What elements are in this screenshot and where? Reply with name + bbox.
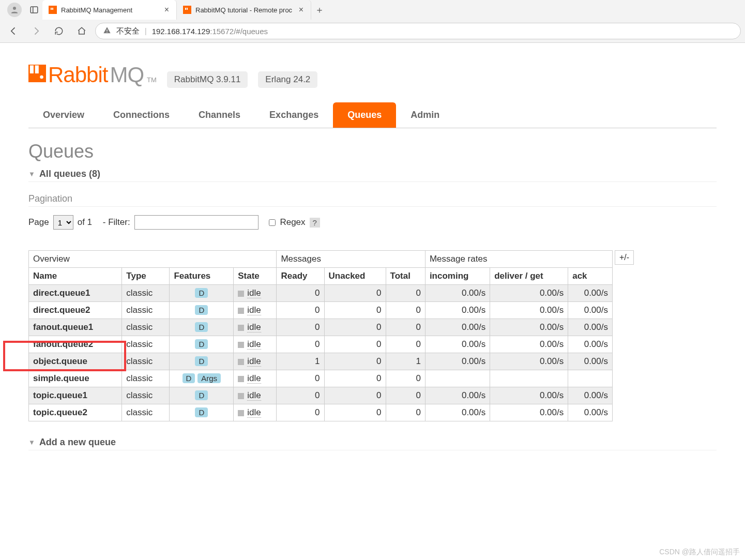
forward-button[interactable] xyxy=(27,22,45,40)
profile-avatar[interactable] xyxy=(7,3,22,17)
queue-name-link[interactable]: topic.queue2 xyxy=(33,407,87,417)
tab-favicon-icon xyxy=(49,6,57,14)
regex-checkbox[interactable] xyxy=(269,219,276,226)
queue-state: idle xyxy=(234,285,277,302)
page-label: Page xyxy=(28,217,49,228)
close-icon[interactable]: × xyxy=(298,5,305,14)
new-tab-button[interactable]: ＋ xyxy=(311,4,328,16)
pager-row: Page 1 of 1 - Filter: Regex ? xyxy=(28,215,717,230)
tab-connections[interactable]: Connections xyxy=(99,102,184,128)
all-queues-header[interactable]: ▼ All queues (8) xyxy=(28,167,717,182)
col-ready[interactable]: Ready xyxy=(277,268,324,285)
reload-button[interactable] xyxy=(50,22,68,40)
queue-unacked: 0 xyxy=(324,404,386,421)
close-icon[interactable]: × xyxy=(163,5,170,14)
home-button[interactable] xyxy=(72,22,91,40)
toggle-columns-button[interactable]: +/- xyxy=(615,250,634,265)
tab-title: RabbitMQ tutorial - Remote proc xyxy=(195,6,294,14)
feature-badge: D xyxy=(195,305,208,315)
queue-state: idle xyxy=(234,404,277,421)
page-content: RabbitMQTM RabbitMQ 3.9.11 Erlang 24.2 O… xyxy=(0,43,745,475)
col-state[interactable]: State xyxy=(234,268,277,285)
queue-unacked: 0 xyxy=(324,370,386,387)
queue-name-link[interactable]: direct.queue1 xyxy=(33,288,90,298)
browser-tab[interactable]: RabbitMQ tutorial - Remote proc × xyxy=(177,0,311,20)
browser-tab[interactable]: RabbitMQ Management × xyxy=(42,0,177,20)
queue-name-link[interactable]: fanout.queue1 xyxy=(33,322,93,332)
queue-total: 0 xyxy=(386,319,425,336)
queue-ready: 0 xyxy=(277,336,324,353)
queue-name-link[interactable]: fanout.queue2 xyxy=(33,339,93,349)
queue-features: D xyxy=(170,353,234,370)
feature-badge: D xyxy=(195,356,208,366)
col-group-rates: Message rates xyxy=(425,251,612,268)
queue-total: 0 xyxy=(386,404,425,421)
filter-input[interactable] xyxy=(134,215,259,230)
svg-rect-9 xyxy=(107,29,107,31)
queue-type: classic xyxy=(122,319,170,336)
table-row: topic.queue2 classic D idle 0 0 0 0.00/s… xyxy=(29,404,613,421)
queue-unacked: 0 xyxy=(324,336,386,353)
regex-help[interactable]: ? xyxy=(310,218,320,228)
queue-ready: 0 xyxy=(277,387,324,404)
rabbitmq-version-badge: RabbitMQ 3.9.11 xyxy=(167,71,248,88)
back-button[interactable] xyxy=(4,22,23,40)
queue-type: classic xyxy=(122,404,170,421)
table-row: simple.queue classic D Args idle 0 0 0 xyxy=(29,370,613,387)
erlang-version-badge: Erlang 24.2 xyxy=(258,71,317,88)
queue-incoming: 0.00/s xyxy=(425,302,490,319)
col-incoming[interactable]: incoming xyxy=(425,268,490,285)
page-title: Queues xyxy=(28,141,717,162)
table-row: direct.queue2 classic D idle 0 0 0 0.00/… xyxy=(29,302,613,319)
main-tabs: OverviewConnectionsChannelsExchangesQueu… xyxy=(28,102,717,128)
table-row: direct.queue1 classic D idle 0 0 0 0.00/… xyxy=(29,285,613,302)
queue-state: idle xyxy=(234,387,277,404)
tab-channels[interactable]: Channels xyxy=(184,102,255,128)
queue-incoming: 0.00/s xyxy=(425,336,490,353)
col-ack[interactable]: ack xyxy=(568,268,613,285)
queue-ready: 0 xyxy=(277,302,324,319)
queue-type: classic xyxy=(122,302,170,319)
queue-deliver xyxy=(490,370,568,387)
queue-deliver: 0.00/s xyxy=(490,353,568,370)
svg-point-0 xyxy=(13,7,16,10)
regex-label: Regex xyxy=(280,217,305,228)
pagination-label: Pagination xyxy=(28,193,717,207)
feature-badge: D xyxy=(195,322,208,332)
queue-ack: 0.00/s xyxy=(568,319,613,336)
queue-name-link[interactable]: simple.queue xyxy=(33,373,89,383)
col-total[interactable]: Total xyxy=(386,268,425,285)
tab-exchanges[interactable]: Exchanges xyxy=(255,102,333,128)
svg-rect-16 xyxy=(35,65,39,73)
queue-type: classic xyxy=(122,387,170,404)
queue-ready: 0 xyxy=(277,285,324,302)
queue-ack: 0.00/s xyxy=(568,302,613,319)
queue-state: idle xyxy=(234,302,277,319)
queue-incoming: 0.00/s xyxy=(425,285,490,302)
queue-name-link[interactable]: object.queue xyxy=(33,356,87,366)
queue-ready: 0 xyxy=(277,370,324,387)
tab-overview[interactable]: Overview xyxy=(28,102,99,128)
add-new-queue-header[interactable]: ▼ Add a new queue xyxy=(28,435,717,450)
queue-ready: 1 xyxy=(277,353,324,370)
queue-ack: 0.00/s xyxy=(568,387,613,404)
tab-admin[interactable]: Admin xyxy=(396,102,454,128)
sidebar-toggle-icon[interactable] xyxy=(26,2,42,18)
queue-unacked: 0 xyxy=(324,285,386,302)
queue-ready: 0 xyxy=(277,319,324,336)
col-name[interactable]: Name xyxy=(29,268,122,285)
tab-queues[interactable]: Queues xyxy=(333,102,396,128)
queue-name-link[interactable]: topic.queue1 xyxy=(33,390,87,400)
of-label: of 1 xyxy=(78,217,92,228)
queue-unacked: 0 xyxy=(324,353,386,370)
col-type[interactable]: Type xyxy=(122,268,170,285)
queue-name-link[interactable]: direct.queue2 xyxy=(33,305,90,315)
feature-badge: D xyxy=(195,390,208,400)
queue-ack: 0.00/s xyxy=(568,336,613,353)
col-deliver[interactable]: deliver / get xyxy=(490,268,568,285)
address-bar[interactable]: 不安全 | 192.168.174.129:15672/#/queues xyxy=(95,23,741,39)
rabbitmq-logo: RabbitMQTM xyxy=(28,63,157,87)
col-unacked[interactable]: Unacked xyxy=(324,268,386,285)
col-group-overview: Overview xyxy=(29,251,277,268)
page-select[interactable]: 1 xyxy=(53,215,73,230)
